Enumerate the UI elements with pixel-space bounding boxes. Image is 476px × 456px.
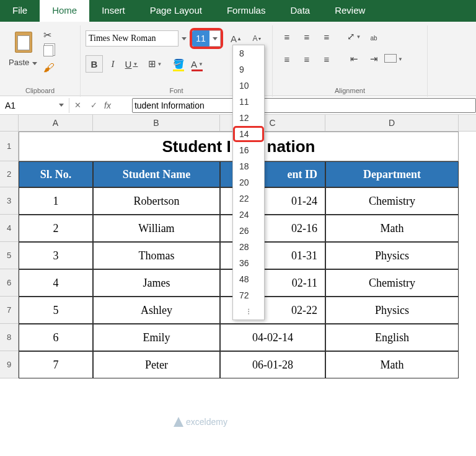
copy-icon[interactable]: [43, 45, 57, 58]
font-size-dropdown[interactable]: [209, 30, 221, 47]
size-option[interactable]: 20: [233, 174, 264, 190]
align-top-button[interactable]: ≡: [278, 28, 296, 45]
size-option[interactable]: 24: [233, 207, 264, 223]
font-size-input[interactable]: [192, 30, 209, 47]
align-center-button[interactable]: ≡: [298, 50, 316, 68]
orientation-button[interactable]: ⤢▼: [345, 28, 363, 45]
name-box[interactable]: A1: [0, 98, 69, 113]
col-header[interactable]: B: [93, 115, 220, 131]
merge-button[interactable]: ▼: [384, 50, 403, 68]
underline-button[interactable]: U▼: [123, 55, 140, 73]
data-cell[interactable]: Chemistry: [325, 187, 459, 215]
row-header[interactable]: 1: [0, 132, 19, 161]
increase-indent-button[interactable]: ⇥: [364, 50, 383, 68]
data-cell[interactable]: Ashley: [93, 297, 220, 324]
col-header[interactable]: A: [19, 115, 93, 131]
data-cell[interactable]: Peter: [93, 351, 220, 378]
header-cell[interactable]: Sl. No.: [19, 161, 93, 187]
tab-insert[interactable]: Insert: [89, 0, 138, 22]
formula-input[interactable]: [132, 98, 476, 113]
italic-button[interactable]: I: [104, 55, 121, 73]
align-right-button[interactable]: ≡: [317, 50, 336, 68]
row-header[interactable]: 6: [0, 269, 19, 297]
tab-home[interactable]: Home: [40, 0, 89, 22]
size-option[interactable]: 16: [233, 142, 264, 158]
row-header[interactable]: 5: [0, 242, 19, 269]
tab-formulas[interactable]: Formulas: [214, 0, 278, 22]
size-option[interactable]: 26: [233, 223, 264, 239]
align-bottom-button[interactable]: ≡: [317, 28, 336, 45]
fill-color-button[interactable]: 🪣: [170, 55, 187, 73]
tab-data[interactable]: Data: [278, 0, 322, 22]
font-name-input[interactable]: [86, 30, 178, 47]
fx-label[interactable]: fx: [102, 101, 113, 110]
data-cell[interactable]: 7: [19, 351, 93, 378]
data-cell[interactable]: Thomas: [93, 242, 220, 269]
size-option[interactable]: 36: [233, 255, 264, 271]
chevron-down-icon: [32, 62, 37, 65]
chevron-down-icon[interactable]: [182, 37, 187, 40]
cancel-button[interactable]: ✕: [69, 101, 86, 110]
font-size-list: 8 9 10 11 12 14 16 18 20 22 24 26 28 36 …: [232, 45, 265, 320]
decrease-indent-button[interactable]: ⇤: [345, 50, 363, 68]
data-cell[interactable]: Math: [325, 215, 459, 242]
paste-label: Paste: [9, 58, 29, 67]
data-cell[interactable]: 04-02-14: [220, 324, 325, 351]
size-list-more[interactable]: ⁝: [233, 303, 264, 320]
size-option[interactable]: 9: [233, 61, 264, 78]
size-option[interactable]: 12: [233, 110, 264, 126]
tab-review[interactable]: Review: [322, 0, 377, 22]
col-header[interactable]: D: [325, 115, 459, 131]
data-cell[interactable]: Physics: [325, 242, 459, 269]
group-label-clipboard: Clipboard: [5, 87, 75, 96]
size-option[interactable]: 18: [233, 158, 264, 174]
data-cell[interactable]: English: [325, 324, 459, 351]
row-header[interactable]: 7: [0, 297, 19, 324]
data-cell[interactable]: Math: [325, 351, 459, 378]
size-option[interactable]: 8: [233, 45, 264, 61]
size-option[interactable]: 72: [233, 287, 264, 303]
select-all-corner[interactable]: [0, 115, 19, 131]
font-size-combo: [190, 28, 223, 49]
row-header[interactable]: 3: [0, 187, 19, 215]
header-cell[interactable]: Student Name: [93, 161, 220, 187]
data-cell[interactable]: 6: [19, 324, 93, 351]
data-cell[interactable]: Robertson: [93, 187, 220, 215]
font-color-button[interactable]: A▼: [188, 55, 206, 73]
row-header[interactable]: 2: [0, 161, 19, 187]
watermark: exceldemy: [174, 417, 227, 427]
enter-button[interactable]: ✓: [86, 101, 102, 110]
data-cell[interactable]: Physics: [325, 297, 459, 324]
size-option[interactable]: 10: [233, 78, 264, 94]
row-header[interactable]: 4: [0, 215, 19, 242]
align-middle-button[interactable]: ≡: [298, 28, 316, 45]
size-option-highlighted[interactable]: 14: [233, 126, 264, 142]
row-header[interactable]: 9: [0, 351, 19, 378]
border-button[interactable]: ⊞▼: [146, 55, 164, 73]
size-option[interactable]: 28: [233, 239, 264, 255]
data-cell[interactable]: 4: [19, 269, 93, 297]
cut-icon[interactable]: ✂: [43, 29, 57, 42]
data-cell[interactable]: 3: [19, 242, 93, 269]
data-cell[interactable]: 2: [19, 215, 93, 242]
format-painter-icon[interactable]: 🖌: [43, 61, 57, 74]
bold-button[interactable]: B: [86, 55, 103, 73]
wrap-text-button[interactable]: [364, 28, 383, 45]
align-left-button[interactable]: ≡: [278, 50, 296, 68]
size-option[interactable]: 11: [233, 94, 264, 110]
header-cell[interactable]: Department: [325, 161, 459, 187]
data-cell[interactable]: William: [93, 215, 220, 242]
data-cell[interactable]: Chemistry: [325, 269, 459, 297]
data-cell[interactable]: 1: [19, 187, 93, 215]
data-cell[interactable]: 06-01-28: [220, 351, 325, 378]
group-alignment: ≡ ≡ ≡ ⤢▼ ≡ ≡ ≡ ⇤ ⇥ ▼ Alignment: [273, 25, 428, 97]
size-option[interactable]: 22: [233, 190, 264, 207]
paste-button[interactable]: Paste: [5, 28, 41, 74]
tab-page-layout[interactable]: Page Layout: [138, 0, 214, 22]
row-header[interactable]: 8: [0, 324, 19, 351]
size-option[interactable]: 48: [233, 271, 264, 287]
data-cell[interactable]: James: [93, 269, 220, 297]
data-cell[interactable]: 5: [19, 297, 93, 324]
tab-file[interactable]: File: [0, 0, 40, 22]
data-cell[interactable]: Emily: [93, 324, 220, 351]
